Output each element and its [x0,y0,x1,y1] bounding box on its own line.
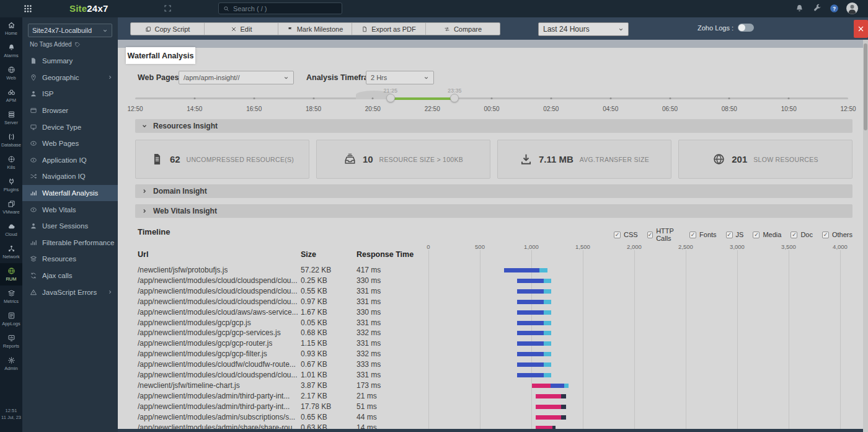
table-row[interactable]: /app/newclient/modules/gcp/gcp-router.js… [118,338,863,349]
rail-item-k8s[interactable]: K8s [0,151,22,174]
cell-url: /app/newclient/modules/cloudfw/cloudfw-r… [138,360,296,369]
sidebar-item-geographic[interactable]: Geographic [22,70,118,86]
chevron-right-icon [141,188,148,194]
search-icon [223,6,229,12]
user-avatar[interactable] [846,2,859,15]
table-row[interactable]: /app/newclient/modules/cloudfw/cloudfw-r… [118,359,863,370]
expand-icon[interactable] [164,4,172,12]
time-range-select[interactable]: Last 24 Hours [538,22,629,36]
timeframe-value: 2 Hrs [371,74,387,81]
stat-card-slow-resources[interactable]: 201SLOW RESOURCES [678,140,852,179]
slider-tick-dot [253,97,255,99]
cell-size: 0.55 KB [301,287,327,295]
mark-milestone-button[interactable]: Mark Milestone [278,23,352,35]
compare-button[interactable]: Compare [426,23,500,35]
section-resources-insight[interactable]: Resources Insight [135,119,852,133]
table-row[interactable]: /app/newclient/modules/gcp/gcp-services.… [118,328,863,338]
type-filter-css[interactable]: ✓CSS [614,227,638,242]
site24x7-logo: Site24x7 [69,3,108,14]
rail-item-alarms[interactable]: Alarms [0,40,22,62]
sidebar-item-label: ISP [42,90,54,97]
selected-range[interactable] [391,97,455,100]
table-row[interactable]: /app/newclient/modules/gcp/gcp-filter.js… [118,349,863,359]
table-row[interactable]: /app/newclient/modules/cloud/aws/aws-ser… [118,307,863,318]
type-filter-fonts[interactable]: ✓Fonts [689,227,717,242]
rail-item-cloud[interactable]: Cloud [0,218,22,241]
table-row[interactable]: /app/newclient/modules/cloud/cloudspend/… [118,297,863,307]
edit-button[interactable]: Edit [205,23,278,35]
sidebar-item-filterable-performance[interactable]: Filterable Performance [22,235,118,251]
type-filter-doc[interactable]: ✓Doc [790,227,813,242]
sidebar-item-label: Application IQ [42,156,87,164]
chevron-right-icon [107,74,113,80]
bell-icon[interactable] [795,4,804,13]
rail-item-metrics[interactable]: Metrics [0,286,22,308]
copy-script-button[interactable]: Copy Script [131,23,205,35]
rail-item-rum[interactable]: RUM [0,263,22,286]
sidebar-item-waterfall-analysis[interactable]: Waterfall Analysis [22,185,118,202]
search-input[interactable]: Search ( / ) [218,2,342,14]
table-row[interactable]: /app/newclient/modules/admin/third-party… [118,402,863,412]
cell-size: 0.68 KB [301,328,327,337]
rail-item-home[interactable]: Home [0,17,22,40]
web-pages-select[interactable]: /apm/apm-insight// [179,71,294,84]
range-start-handle[interactable] [386,94,395,102]
table-row[interactable]: /newclient/jsfw/protobufjs.js57.22 KB417… [118,265,863,276]
table-row[interactable]: /app/newclient/modules/gcp/gcp.js0.05 KB… [118,318,863,328]
sidebar-item-summary[interactable]: Summary [22,53,118,70]
section-domain-insight[interactable]: Domain Insight [135,184,852,198]
tags-row[interactable]: No Tags Added [30,41,81,48]
chart-icon [30,239,37,246]
page-title-tab[interactable]: Waterfall Analysis [126,47,195,64]
stat-card-avg-transfer-size[interactable]: 7.11 MBAVG.TRANSFER SIZE [497,140,671,179]
type-filter-http-calls[interactable]: ✓HTTP Calls [647,227,680,242]
sidebar-item-javascript-errors[interactable]: JavaScript Errors [22,284,118,300]
sidebar-item-navigation-iq[interactable]: Navigation IQ [22,168,118,185]
slider-tick-label: 10:50 [781,106,797,112]
rail-item-apm[interactable]: APM [0,84,22,107]
table-row[interactable]: /app/newclient/modules/admin/third-party… [118,391,863,402]
sidebar-item-device-type[interactable]: Device Type [22,119,118,135]
rail-item-vmware[interactable]: VMware [0,196,22,218]
rail-item-database[interactable]: Database [0,129,22,151]
table-row[interactable]: /app/newclient/modules/cloud/cloudspend/… [118,370,863,380]
rail-item-plugins[interactable]: Plugins [0,174,22,196]
sidebar-item-user-sessions[interactable]: User Sessions [22,218,118,235]
app-grid-icon[interactable] [24,4,32,13]
wrench-icon[interactable] [813,4,822,13]
sidebar-item-application-iq[interactable]: Application IQ [22,152,118,169]
rail-item-server[interactable]: Server [0,107,22,129]
rail-item-web[interactable]: Web [0,62,22,84]
cell-size: 2.17 KB [301,392,327,400]
export-as-pdf-button[interactable]: Export as PDF [352,23,426,35]
monitor-select[interactable]: Site24x7-Localbuild [28,24,112,37]
sidebar-item-ajax-calls[interactable]: Ajax calls [22,268,118,284]
zoho-logs-toggle[interactable] [738,24,754,32]
table-row[interactable]: /app/newclient/modules/admin/subscriptio… [118,412,863,423]
sidebar-item-resources[interactable]: Resources [22,251,118,268]
type-filter-js[interactable]: ✓JS [726,227,744,242]
table-row[interactable]: /newclient/jsfw/timeline-chart.js3.87 KB… [118,380,863,391]
sidebar-item-browser[interactable]: Browser [22,102,118,119]
rail-item-reports[interactable]: Reports [0,330,22,353]
scrollbar-thumb[interactable] [864,43,867,130]
time-slider[interactable]: 21:2523:3512:5014:5016:5018:5020:5022:50… [135,89,848,117]
help-icon[interactable]: ? [830,4,839,13]
rail-item-network[interactable]: Network [0,241,22,263]
table-row[interactable]: /app/newclient/modules/cloud/cloudspend/… [118,286,863,297]
stat-card-uncompressed-resource-s[interactable]: 62UNCOMPRESSED RESOURCE(S) [135,140,309,179]
sidebar-item-web-pages[interactable]: Web Pages [22,135,118,152]
timeframe-select[interactable]: 2 Hrs [366,71,434,84]
type-filter-media[interactable]: ✓Media [753,227,781,242]
rail-item-applogs[interactable]: AppLogs [0,308,22,330]
type-filter-others[interactable]: ✓Others [822,227,852,242]
vertical-scrollbar[interactable] [863,40,868,432]
range-end-handle[interactable] [450,94,459,102]
sidebar-item-isp[interactable]: ISP [22,86,118,102]
close-button[interactable] [854,20,868,38]
rail-item-admin[interactable]: Admin [0,353,22,375]
section-web-vitals-insight[interactable]: Web Vitals Insight [135,204,852,218]
stat-card-resource-size-100kb[interactable]: 10RESOURCE SIZE > 100KB [316,140,490,179]
table-row[interactable]: /app/newclient/modules/cloud/cloudspend/… [118,276,863,286]
sidebar-item-web-vitals[interactable]: Web Vitals [22,201,118,218]
